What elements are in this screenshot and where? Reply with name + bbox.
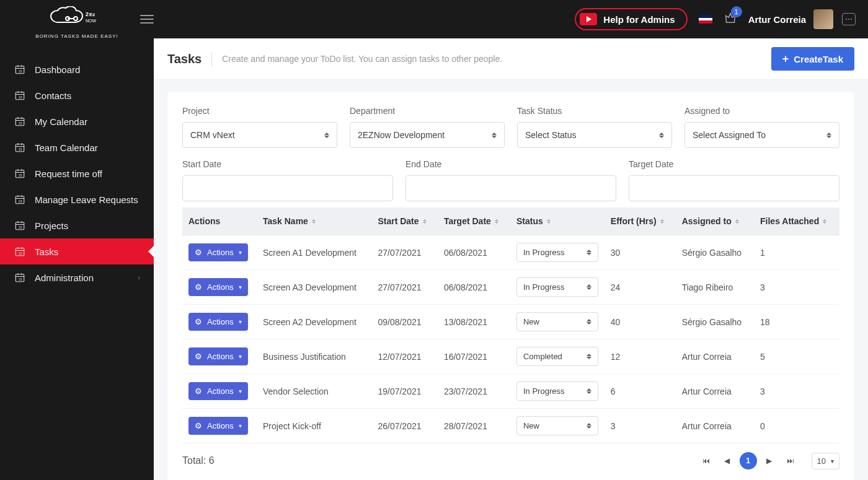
- user-menu[interactable]: Artur Correia: [748, 9, 833, 29]
- calendar-icon: 15: [14, 142, 26, 153]
- sidebar-item-label: Team Calendar: [35, 142, 98, 153]
- sidebar-item-manage-leave-requests[interactable]: 15Manage Leave Requests: [0, 186, 154, 212]
- sort-icon[interactable]: [735, 219, 739, 224]
- sidebar-item-team-calendar[interactable]: 15Team Calendar: [0, 134, 154, 160]
- create-task-button[interactable]: + CreateTask: [771, 47, 854, 71]
- row-status-select[interactable]: New: [516, 416, 598, 435]
- caret-icon: [492, 133, 497, 138]
- cell-assigned: Tiago Ribeiro: [676, 270, 754, 305]
- sidebar-item-label: Dashboard: [35, 64, 80, 75]
- sidebar-item-label: Administration: [35, 273, 94, 283]
- sidebar-item-request-time-off[interactable]: 15Request time off: [0, 160, 154, 186]
- row-status-select[interactable]: In Progress: [516, 243, 598, 262]
- row-status-select[interactable]: Completed: [516, 347, 598, 366]
- cell-assigned: Artur Correia: [676, 409, 754, 443]
- sidebar-item-tasks[interactable]: 15Tasks: [0, 238, 154, 264]
- brand-logo[interactable]: 2 Ez NOW BORING TASKS MADE EASY!: [0, 0, 154, 44]
- row-actions-button[interactable]: ⚙Actions▾: [188, 313, 248, 331]
- notifications-button[interactable]: 1: [724, 11, 737, 27]
- gear-icon: ⚙: [195, 248, 202, 257]
- caret-icon: [659, 133, 664, 138]
- sort-icon[interactable]: [660, 219, 664, 224]
- cell-effort: 24: [604, 270, 676, 305]
- plus-icon: +: [782, 53, 789, 64]
- sort-icon[interactable]: [823, 219, 826, 224]
- calendar-icon: 15: [14, 90, 26, 101]
- col-files[interactable]: Files Attached: [760, 216, 819, 226]
- chat-icon[interactable]: ⋯: [842, 13, 856, 25]
- sidebar-item-contacts[interactable]: 15Contacts: [0, 82, 154, 108]
- svg-text:15: 15: [19, 277, 22, 281]
- page-prev-button[interactable]: ◀: [719, 452, 736, 469]
- col-status[interactable]: Status: [516, 216, 543, 226]
- gear-icon: ⚙: [195, 386, 202, 396]
- svg-text:2: 2: [86, 11, 89, 17]
- row-status-select[interactable]: New: [516, 312, 598, 331]
- page-header: Tasks Create and manage your ToDo list. …: [154, 38, 868, 80]
- help-for-admins-button[interactable]: Help for Admins: [575, 8, 687, 30]
- task-status-select[interactable]: Select Status: [517, 122, 672, 148]
- cell-effort: 40: [604, 305, 676, 339]
- project-select[interactable]: CRM vNext: [182, 122, 337, 148]
- row-status-select[interactable]: In Progress: [516, 382, 598, 401]
- row-status-select[interactable]: In Progress: [516, 277, 598, 297]
- sort-icon[interactable]: [547, 219, 551, 224]
- menu-toggle-icon[interactable]: [140, 15, 154, 24]
- sort-icon[interactable]: [423, 219, 427, 224]
- page-subtitle: Create and manage your ToDo list. You ca…: [222, 54, 771, 64]
- sidebar-item-administration[interactable]: 15Administration›: [0, 264, 154, 290]
- language-flag-icon[interactable]: [699, 15, 712, 24]
- page-next-button[interactable]: ▶: [761, 452, 778, 469]
- col-start-date[interactable]: Start Date: [378, 216, 418, 226]
- col-task-name[interactable]: Task Name: [263, 216, 308, 226]
- chevron-down-icon: ▾: [239, 249, 242, 256]
- sidebar-item-projects[interactable]: 15Projects: [0, 212, 154, 238]
- caret-icon: [587, 319, 591, 325]
- sidebar-item-label: Contacts: [35, 90, 71, 101]
- svg-text:NOW: NOW: [86, 19, 97, 23]
- assigned-to-select[interactable]: Select Assigned To: [684, 122, 839, 148]
- department-select[interactable]: 2EZNow Development: [350, 122, 505, 148]
- start-date-input[interactable]: [182, 175, 393, 201]
- chevron-down-icon: ▾: [239, 353, 242, 360]
- sidebar-item-my-calendar[interactable]: 15My Calendar: [0, 108, 154, 134]
- sidebar-item-dashboard[interactable]: 15Dashboard: [0, 56, 154, 82]
- filter-status-label: Task Status: [517, 106, 672, 116]
- brand-tagline: BORING TASKS MADE EASY!: [11, 33, 143, 39]
- calendar-icon: 15: [14, 246, 26, 257]
- end-date-input[interactable]: [405, 175, 616, 201]
- svg-point-1: [74, 17, 78, 20]
- cell-start-date: 27/07/2021: [371, 270, 437, 305]
- row-actions-button[interactable]: ⚙Actions▾: [188, 382, 248, 400]
- row-actions-button[interactable]: ⚙Actions▾: [188, 278, 248, 296]
- caret-icon: [587, 284, 591, 290]
- svg-text:15: 15: [19, 199, 22, 203]
- page-size-select[interactable]: 10 ▾: [812, 453, 839, 469]
- target-date-input[interactable]: [629, 175, 839, 201]
- col-assigned[interactable]: Assigned to: [682, 216, 732, 226]
- page-number[interactable]: 1: [740, 452, 757, 469]
- row-actions-button[interactable]: ⚙Actions▾: [188, 417, 248, 435]
- page-last-button[interactable]: ⏭: [782, 452, 799, 469]
- avatar: [813, 9, 833, 29]
- sort-icon[interactable]: [312, 219, 316, 224]
- col-target-date[interactable]: Target Date: [444, 216, 491, 226]
- gear-icon: ⚙: [195, 317, 202, 326]
- caret-icon: [826, 133, 831, 138]
- svg-text:15: 15: [19, 251, 22, 255]
- col-effort[interactable]: Effort (Hrs): [611, 216, 657, 226]
- sidebar-nav: 15Dashboard15Contacts15My Calendar15Team…: [0, 56, 154, 290]
- cell-target-date: 06/08/2021: [438, 235, 510, 270]
- gear-icon: ⚙: [195, 282, 202, 292]
- filter-project-label: Project: [182, 106, 337, 116]
- notification-badge: 1: [731, 6, 742, 17]
- sort-icon[interactable]: [495, 219, 498, 224]
- filter-end-date-label: End Date: [405, 159, 616, 169]
- paginator: ⏮ ◀ 1 ▶ ⏭ 10 ▾: [698, 452, 839, 469]
- page-first-button[interactable]: ⏮: [698, 452, 715, 469]
- row-actions-button[interactable]: ⚙Actions▾: [188, 347, 248, 365]
- row-actions-button[interactable]: ⚙Actions▾: [188, 243, 248, 261]
- cell-files: 0: [754, 409, 839, 443]
- cell-assigned: Artur Correia: [676, 374, 754, 409]
- cell-files: 18: [754, 305, 839, 339]
